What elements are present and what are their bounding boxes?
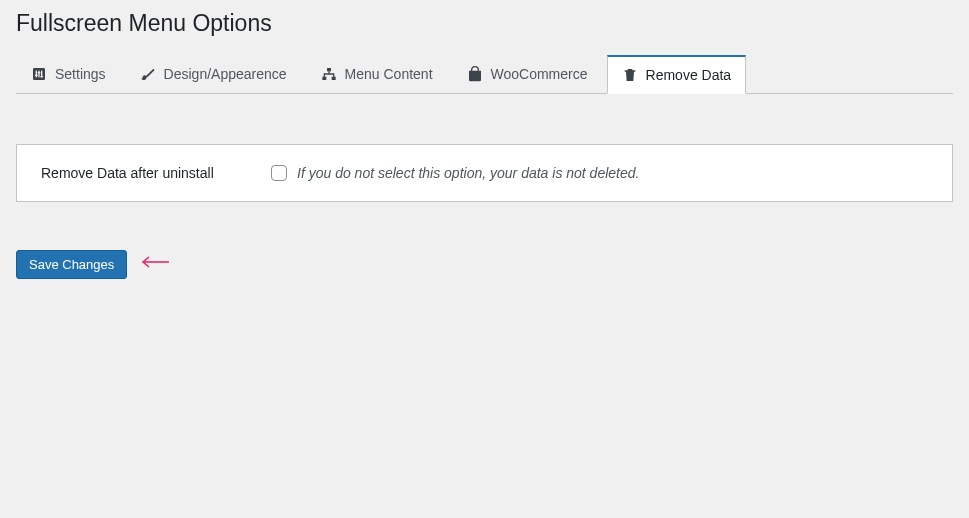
- tab-label: Remove Data: [646, 67, 732, 83]
- tab-settings[interactable]: Settings: [16, 55, 121, 93]
- controls-icon: [31, 66, 47, 82]
- save-button[interactable]: Save Changes: [16, 250, 127, 279]
- tab-label: Menu Content: [345, 66, 433, 82]
- option-control: If you do not select this option, your d…: [271, 165, 639, 181]
- option-description: If you do not select this option, your d…: [297, 165, 639, 181]
- svg-rect-6: [40, 76, 43, 77]
- tab-woocommerce[interactable]: WooCommerce: [452, 55, 603, 93]
- sitemap-icon: [321, 66, 337, 82]
- svg-rect-8: [322, 77, 326, 80]
- svg-rect-2: [38, 71, 39, 78]
- trash-icon: [622, 67, 638, 83]
- tab-design[interactable]: Design/Appearence: [125, 55, 302, 93]
- option-label: Remove Data after uninstall: [41, 165, 271, 181]
- save-row: Save Changes: [16, 250, 953, 279]
- svg-rect-5: [38, 72, 41, 73]
- option-remove-data: Remove Data after uninstall If you do no…: [17, 145, 952, 201]
- svg-rect-7: [327, 68, 331, 71]
- bag-icon: [467, 66, 483, 82]
- page-title: Fullscreen Menu Options: [16, 0, 953, 43]
- brush-icon: [140, 66, 156, 82]
- nav-tabs: Settings Design/Appearence Menu Content …: [16, 55, 953, 94]
- arrow-left-icon: [139, 255, 169, 273]
- svg-rect-4: [35, 75, 38, 76]
- tab-label: Design/Appearence: [164, 66, 287, 82]
- tab-menu-content[interactable]: Menu Content: [306, 55, 448, 93]
- tab-label: WooCommerce: [491, 66, 588, 82]
- settings-box: Remove Data after uninstall If you do no…: [16, 144, 953, 202]
- tab-remove-data[interactable]: Remove Data: [607, 55, 747, 94]
- tab-label: Settings: [55, 66, 106, 82]
- remove-data-checkbox[interactable]: [271, 165, 287, 181]
- svg-rect-9: [331, 77, 335, 80]
- svg-rect-1: [36, 71, 37, 78]
